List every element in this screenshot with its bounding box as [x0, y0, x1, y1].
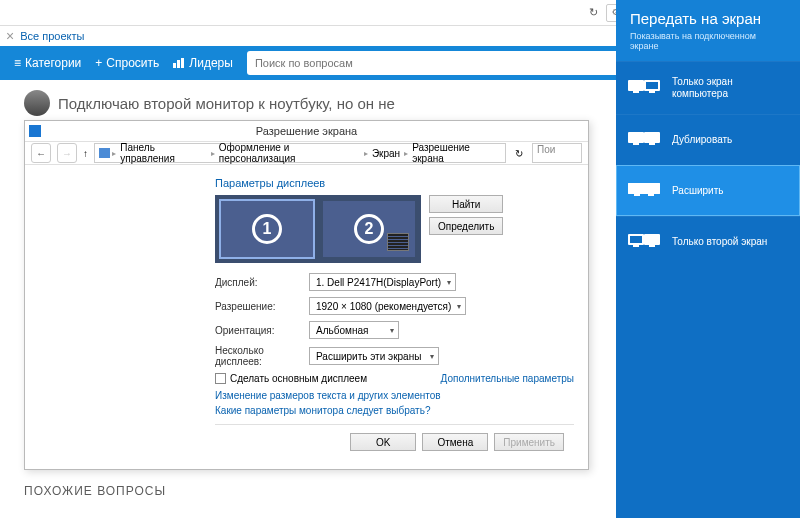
primary-checkbox-label: Сделать основным дисплеем	[230, 373, 367, 384]
project-item-label: Дублировать	[672, 134, 732, 146]
section-title: Параметры дисплеев	[215, 177, 574, 189]
display-label: Дисплей:	[215, 277, 309, 288]
explorer-navbar: ← → ↑ ▸ Панель управления ▸ Оформление и…	[25, 141, 588, 165]
svg-rect-2	[181, 58, 184, 68]
close-icon[interactable]: ×	[6, 28, 14, 44]
svg-rect-0	[173, 63, 176, 68]
detect-button[interactable]: Определить	[429, 217, 503, 235]
pc-only-icon	[628, 77, 662, 99]
apply-button[interactable]: Применить	[494, 433, 564, 451]
monitor-preview[interactable]: 1 2	[215, 195, 421, 263]
multi-display-label: Несколько дисплеев:	[215, 345, 309, 367]
advanced-link[interactable]: Дополнительные параметры	[441, 373, 574, 384]
second-only-icon	[628, 231, 662, 253]
text-size-link[interactable]: Изменение размеров текста и других элеме…	[215, 390, 574, 401]
primary-checkbox[interactable]	[215, 373, 226, 384]
project-title: Передать на экран	[630, 10, 786, 27]
nav-categories[interactable]: ≡ Категории	[14, 56, 81, 70]
orientation-label: Ориентация:	[215, 325, 309, 336]
project-item-label: Только второй экран	[672, 236, 767, 248]
breadcrumb[interactable]: ▸ Панель управления ▸ Оформление и персо…	[94, 143, 506, 163]
refresh-icon[interactable]: ↻	[586, 6, 600, 20]
cancel-button[interactable]: Отмена	[422, 433, 488, 451]
explorer-search[interactable]: Пои	[532, 143, 582, 163]
all-projects-link[interactable]: Все проекты	[20, 30, 84, 42]
extend-icon	[628, 180, 662, 202]
crumb-appearance[interactable]: Оформление и персонализация	[217, 142, 362, 164]
bars-icon	[173, 58, 185, 68]
ok-button[interactable]: OK	[350, 433, 416, 451]
project-item-second-only[interactable]: Только второй экран	[616, 216, 800, 267]
nav-ask[interactable]: + Спросить	[95, 56, 159, 70]
nav-leaders[interactable]: Лидеры	[173, 56, 233, 70]
back-button[interactable]: ←	[31, 143, 51, 163]
resolution-label: Разрешение:	[215, 301, 309, 312]
project-subtitle: Показывать на подключенном экране	[630, 31, 786, 51]
project-item-label: Расширить	[672, 185, 723, 197]
orientation-select[interactable]: Альбомная	[309, 321, 399, 339]
asker-avatar[interactable]	[24, 90, 50, 116]
multi-display-select[interactable]: Расширить эти экраны	[309, 347, 439, 365]
which-params-link[interactable]: Какие параметры монитора следует выбрать…	[215, 405, 574, 416]
project-item-extend[interactable]: Расширить	[616, 165, 800, 216]
display-select[interactable]: 1. Dell P2417H(DisplayPort)	[309, 273, 456, 291]
resolution-window: Разрешение экрана ← → ↑ ▸ Панель управле…	[24, 120, 589, 470]
resolution-select[interactable]: 1920 × 1080 (рекомендуется)	[309, 297, 466, 315]
project-header: Передать на экран Показывать на подключе…	[616, 0, 800, 61]
find-button[interactable]: Найти	[429, 195, 503, 213]
project-item-label: Только экран компьютера	[672, 76, 733, 100]
monitor-2[interactable]: 2	[321, 199, 417, 259]
pc-icon	[99, 148, 110, 158]
project-item-duplicate[interactable]: Дублировать	[616, 114, 800, 165]
svg-rect-1	[177, 60, 180, 68]
window-titlebar: Разрешение экрана	[25, 121, 588, 141]
window-title: Разрешение экрана	[256, 125, 357, 137]
duplicate-icon	[628, 129, 662, 151]
question-title: Подключаю второй монитор к ноутбуку, но …	[58, 95, 395, 112]
app-icon	[29, 125, 41, 137]
list-icon: ≡	[14, 56, 21, 70]
monitor-1[interactable]: 1	[219, 199, 315, 259]
project-panel: Передать на экран Показывать на подключе…	[616, 0, 800, 518]
up-icon[interactable]: ↑	[83, 148, 88, 159]
crumb-screen[interactable]: Экран	[370, 148, 402, 159]
crumb-resolution[interactable]: Разрешение экрана	[410, 142, 501, 164]
refresh-icon[interactable]: ↻	[512, 148, 526, 159]
keyboard-icon	[387, 233, 409, 251]
project-item-pc-only[interactable]: Только экран компьютера	[616, 61, 800, 114]
crumb-cp[interactable]: Панель управления	[118, 142, 209, 164]
forward-button[interactable]: →	[57, 143, 77, 163]
settings-main: Параметры дисплеев 1 2 Найти Определить …	[215, 165, 588, 469]
plus-icon: +	[95, 56, 102, 70]
